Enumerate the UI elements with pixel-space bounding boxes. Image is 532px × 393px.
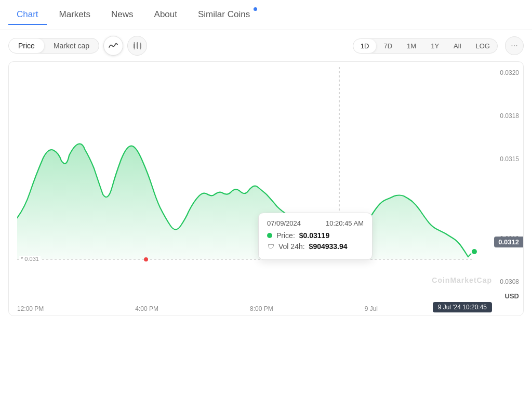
line-chart-icon	[109, 42, 118, 49]
current-price-badge: 0.0312	[494, 237, 523, 247]
y-label-0308: 0.0308	[500, 278, 519, 285]
tab-about[interactable]: About	[146, 5, 185, 25]
watermark: CoinMarketCap	[432, 276, 492, 284]
nav-tabs: Chart Markets News About Similar Coins	[0, 0, 532, 30]
tooltip-vol-value: $904933.94	[309, 242, 348, 251]
svg-rect-6	[140, 44, 141, 48]
time-range-group: 1D 7D 1M 1Y All LOG	[353, 38, 498, 54]
price-chart: 0.0320 0.0318 0.0315 0.0310 0.0308 0.031…	[8, 61, 524, 316]
time-1y[interactable]: 1Y	[423, 39, 446, 53]
view-toggle: Price Market cap	[8, 38, 99, 54]
more-options-button[interactable]: ···	[505, 36, 524, 55]
x-label-400pm: 4:00 PM	[135, 305, 158, 312]
ref-line-label: * 0.031	[19, 256, 41, 262]
tooltip-price-label: Price:	[276, 231, 295, 240]
y-label-0318: 0.0318	[500, 112, 519, 120]
chart-tooltip: 07/09/2024 10:20:45 AM Price: $0.03119 🛡…	[258, 213, 373, 260]
y-label-0315: 0.0315	[500, 155, 519, 163]
market-cap-button[interactable]: Market cap	[44, 38, 99, 53]
x-label-1200pm: 12:00 PM	[17, 305, 44, 312]
toolbar: Price Market cap 1D 7D 1M 1Y All LOG ···	[0, 30, 532, 61]
tooltip-vol-label: Vol 24h:	[278, 242, 305, 251]
chart-inner: 0.0320 0.0318 0.0315 0.0310 0.0308 0.031…	[9, 62, 523, 316]
tooltip-header: 07/09/2024 10:20:45 AM	[267, 219, 364, 227]
svg-point-10	[471, 248, 477, 255]
y-label-0320: 0.0320	[500, 69, 519, 76]
tooltip-price-row: Price: $0.03119	[267, 231, 364, 240]
time-7d[interactable]: 7D	[376, 39, 400, 53]
line-chart-button[interactable]	[103, 36, 123, 56]
svg-rect-0	[134, 44, 135, 48]
x-label-800pm: 8:00 PM	[250, 305, 273, 312]
svg-point-12	[144, 257, 148, 261]
time-1d[interactable]: 1D	[353, 39, 377, 53]
tooltip-shield-icon: 🛡	[267, 243, 274, 250]
tab-markets[interactable]: Markets	[51, 5, 99, 25]
tooltip-price-dot	[267, 233, 272, 238]
tooltip-price-value: $0.03119	[299, 231, 329, 240]
date-badge: 9 Jul '24 10:20:45	[433, 302, 492, 312]
svg-rect-3	[137, 43, 138, 48]
price-button[interactable]: Price	[9, 38, 44, 53]
candlestick-button[interactable]	[127, 36, 147, 56]
x-axis: 12:00 PM 4:00 PM 8:00 PM 9 Jul 4:00 AM	[17, 305, 492, 312]
tooltip-date: 07/09/2024	[267, 219, 301, 227]
time-log[interactable]: LOG	[469, 39, 497, 53]
tooltip-time: 10:20:45 AM	[326, 219, 364, 227]
time-all[interactable]: All	[446, 39, 468, 53]
candlestick-icon	[132, 42, 142, 50]
tab-chart[interactable]: Chart	[8, 5, 47, 25]
x-label-9jul: 9 Jul	[365, 305, 378, 312]
time-1m[interactable]: 1M	[400, 39, 423, 53]
tooltip-vol-row: 🛡 Vol 24h: $904933.94	[267, 242, 364, 251]
similar-coins-dot	[254, 7, 257, 11]
y-axis: 0.0320 0.0318 0.0315 0.0310 0.0308	[500, 62, 519, 290]
usd-label: USD	[505, 292, 519, 300]
tab-news[interactable]: News	[103, 5, 142, 25]
tab-similar-coins[interactable]: Similar Coins	[190, 5, 258, 25]
